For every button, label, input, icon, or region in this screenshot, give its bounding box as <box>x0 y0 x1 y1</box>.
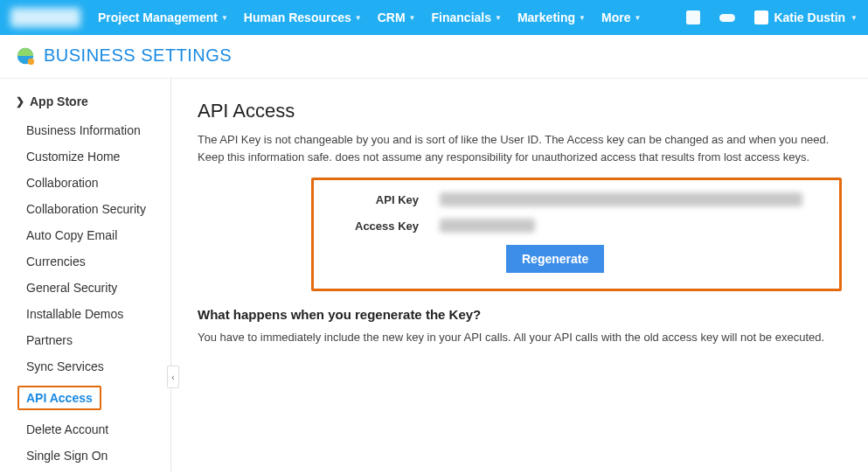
nav-label: Marketing <box>517 10 575 24</box>
chevron-down-icon: ▼ <box>221 14 228 22</box>
nav-label: Financials <box>432 10 491 24</box>
redacted-value <box>440 219 535 233</box>
chevron-right-icon: ❯ <box>16 95 24 108</box>
settings-sidebar: ❯ App Store Business Information Customi… <box>0 79 171 471</box>
access-key-row: Access Key <box>331 219 822 233</box>
nav-more[interactable]: More▼ <box>601 10 641 24</box>
regenerate-button[interactable]: Regenerate <box>506 245 604 273</box>
user-menu[interactable]: Katie Dustin ▼ <box>754 10 858 24</box>
sidebar-item-label: Collaboration <box>26 176 99 190</box>
redacted-value <box>440 192 802 206</box>
avatar-icon <box>754 10 768 24</box>
main-content: API Access The API Key is not changeable… <box>171 79 868 471</box>
sidebar-header-label: App Store <box>30 94 88 108</box>
sidebar-item-api-access[interactable]: API Access <box>0 380 170 416</box>
sidebar-item-general-security[interactable]: General Security <box>0 275 170 301</box>
nav-label: Human Resources <box>244 10 351 24</box>
highlight-box: API Access <box>17 386 101 410</box>
nav-label: Project Management <box>98 10 218 24</box>
sidebar-item-installable-demos[interactable]: Installable Demos <box>0 301 170 327</box>
nav-project-management[interactable]: Project Management▼ <box>98 10 228 24</box>
chevron-down-icon: ▼ <box>495 14 502 22</box>
top-nav-items: Project Management▼ Human Resources▼ CRM… <box>98 10 641 24</box>
sidebar-item-auto-copy-email[interactable]: Auto Copy Email <box>0 222 170 248</box>
api-key-value <box>440 192 822 206</box>
chevron-down-icon: ▼ <box>355 14 362 22</box>
sidebar-item-collaboration-security[interactable]: Collaboration Security <box>0 196 170 222</box>
nav-human-resources[interactable]: Human Resources▼ <box>244 10 362 24</box>
regenerate-subheading: What happens when you regenerate the Key… <box>198 307 842 322</box>
globe-icon <box>16 46 35 66</box>
top-nav-right: Katie Dustin ▼ <box>686 10 858 24</box>
api-key-row: API Key <box>331 192 822 206</box>
access-key-value <box>440 219 822 233</box>
sidebar-item-sync-services[interactable]: Sync Services <box>0 353 170 380</box>
nav-label: More <box>601 10 630 24</box>
nav-marketing[interactable]: Marketing▼ <box>517 10 586 24</box>
sidebar-header-appstore[interactable]: ❯ App Store <box>0 91 170 117</box>
chevron-down-icon: ▼ <box>579 14 586 22</box>
main-heading: API Access <box>198 100 842 122</box>
page-title: BUSINESS SETTINGS <box>44 45 232 66</box>
chevron-left-icon: ‹ <box>171 373 174 382</box>
sidebar-item-collaboration[interactable]: Collaboration <box>0 170 170 196</box>
sidebar-item-partners[interactable]: Partners <box>0 327 170 353</box>
apps-icon[interactable] <box>719 14 735 22</box>
page-title-row: BUSINESS SETTINGS <box>0 35 868 78</box>
svg-point-1 <box>28 58 34 64</box>
sidebar-item-business-information[interactable]: Business Information <box>0 117 170 143</box>
user-name-label: Katie Dustin <box>774 10 845 24</box>
chevron-down-icon: ▼ <box>409 14 416 22</box>
sidebar-item-label: Customize Home <box>26 150 120 164</box>
sidebar-collapse-handle[interactable]: ‹ <box>167 366 179 388</box>
sidebar-item-label: Sync Services <box>26 359 104 373</box>
chevron-down-icon: ▼ <box>634 14 641 22</box>
sidebar-item-single-sign-on[interactable]: Single Sign On <box>0 443 170 469</box>
api-keys-highlight-box: API Key Access Key Regenerate <box>311 178 842 291</box>
regenerate-row: Regenerate <box>506 245 822 273</box>
chevron-down-icon: ▼ <box>851 14 858 22</box>
nav-label: CRM <box>378 10 406 24</box>
sidebar-item-label: Single Sign On <box>26 449 108 463</box>
sidebar-item-label: General Security <box>26 281 117 295</box>
access-key-label: Access Key <box>331 220 419 233</box>
sidebar-item-label: Delete Account <box>26 422 108 436</box>
store-icon[interactable] <box>686 10 700 24</box>
nav-crm[interactable]: CRM▼ <box>378 10 416 24</box>
sidebar-item-currencies[interactable]: Currencies <box>0 248 170 275</box>
sidebar-item-delete-account[interactable]: Delete Account <box>0 416 170 443</box>
api-key-label: API Key <box>331 193 419 206</box>
sidebar-item-customize-home[interactable]: Customize Home <box>0 143 170 170</box>
sidebar-item-label: Collaboration Security <box>26 202 146 216</box>
sidebar-item-label: Installable Demos <box>26 307 123 321</box>
sidebar-item-label: Auto Copy Email <box>26 228 117 242</box>
main-description: The API Key is not changeable by you and… <box>198 131 842 165</box>
sidebar-item-label: Business Information <box>26 123 141 137</box>
brand-logo[interactable] <box>10 8 80 27</box>
sidebar-list: Business Information Customize Home Coll… <box>0 117 170 469</box>
body-split: ❯ App Store Business Information Customi… <box>0 78 868 471</box>
sidebar-item-label: Currencies <box>26 254 86 268</box>
sidebar-item-label: API Access <box>26 391 93 405</box>
regenerate-description: You have to immediately include the new … <box>198 329 842 346</box>
sidebar-item-label: Partners <box>26 333 73 347</box>
nav-financials[interactable]: Financials▼ <box>432 10 502 24</box>
top-nav-bar: Project Management▼ Human Resources▼ CRM… <box>0 0 868 35</box>
